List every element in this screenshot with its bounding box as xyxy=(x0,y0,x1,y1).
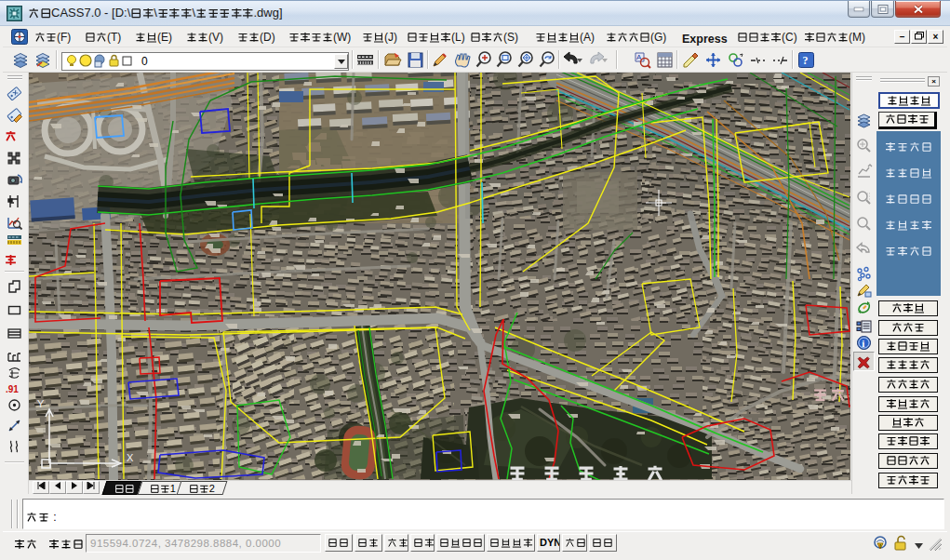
svg-text:!: ! xyxy=(879,543,881,549)
svg-text:X: X xyxy=(127,452,134,463)
svg-text:?: ? xyxy=(803,54,809,67)
svg-text:Y: Y xyxy=(37,398,45,409)
svg-text:i: i xyxy=(862,338,864,349)
